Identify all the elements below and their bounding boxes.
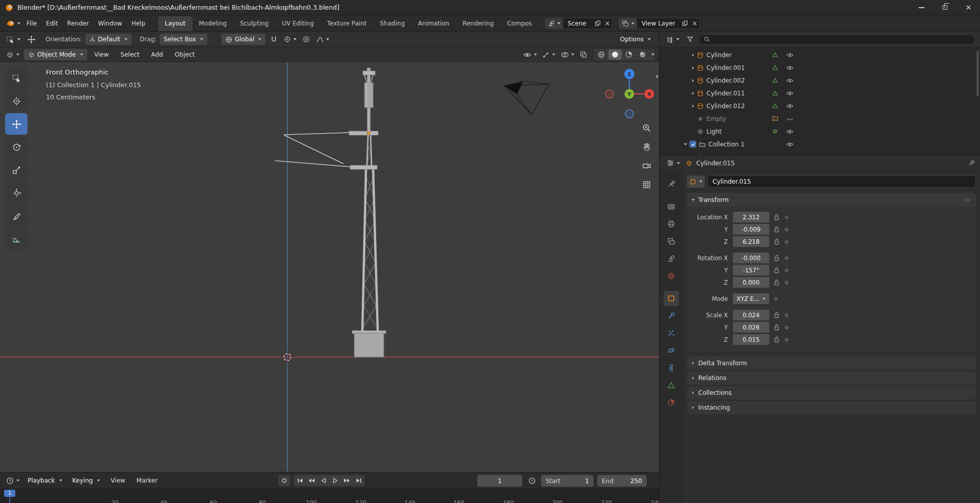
snap-toggle[interactable] — [268, 35, 279, 44]
tab-physics[interactable] — [664, 343, 679, 358]
snap-settings-dropdown[interactable] — [282, 35, 298, 44]
proportional-falloff-dropdown[interactable] — [314, 35, 331, 44]
tool-scale[interactable] — [5, 159, 28, 181]
outliner-scrollbar[interactable] — [976, 51, 979, 96]
hide-in-viewport-eye-icon[interactable] — [786, 78, 794, 84]
tab-tool[interactable] — [664, 177, 679, 192]
menu-select[interactable]: Select — [116, 49, 144, 60]
viewport-3d-scene[interactable] — [0, 47, 659, 472]
remove-view-layer-button[interactable] — [690, 18, 699, 29]
restore-button[interactable] — [933, 0, 957, 15]
shading-rendered-button[interactable] — [636, 49, 649, 60]
tab-object-data[interactable] — [664, 378, 679, 393]
tool-annotate[interactable] — [5, 205, 28, 227]
object-types-visibility-dropdown[interactable] — [522, 51, 538, 59]
panel-relations[interactable]: Relations — [687, 371, 976, 385]
outliner-row-cylinder-012[interactable]: Cylinder.012 — [659, 99, 980, 112]
lock-icon[interactable] — [773, 214, 780, 220]
location-x-field[interactable]: 2.312 — [733, 212, 769, 222]
proportional-editing-toggle[interactable] — [301, 35, 311, 44]
lock-icon[interactable] — [773, 312, 780, 318]
tab-object[interactable] — [664, 291, 679, 306]
animate-dot[interactable] — [785, 240, 788, 243]
xray-toggle[interactable] — [578, 50, 589, 59]
animate-dot[interactable] — [785, 314, 788, 317]
closed-eye-icon[interactable] — [786, 116, 794, 122]
location-z-field[interactable]: 6.218 — [733, 236, 769, 247]
hide-in-viewport-eye-icon[interactable] — [786, 90, 794, 96]
editor-type-dropdown[interactable] — [4, 50, 21, 60]
panel-delta-transform[interactable]: Delta Transform — [687, 357, 976, 370]
panel-collections[interactable]: Collections — [687, 386, 976, 399]
outliner-editor-dropdown[interactable] — [664, 35, 681, 44]
location-y-field[interactable]: -0.009 — [733, 224, 769, 235]
minimize-button[interactable] — [910, 0, 933, 15]
outliner-row-cylinder[interactable]: Cylinder — [659, 48, 980, 61]
menu-add[interactable]: Add — [146, 49, 167, 60]
play-button[interactable] — [329, 475, 341, 486]
collection-checkbox[interactable] — [690, 141, 696, 147]
animate-dot[interactable] — [785, 228, 788, 231]
scene-name[interactable]: Scene — [563, 20, 593, 27]
timeline-view-menu[interactable]: View — [106, 475, 130, 486]
shading-wireframe-button[interactable] — [595, 49, 608, 60]
keying-menu[interactable]: Keying — [68, 475, 104, 486]
jump-to-start-button[interactable] — [294, 475, 306, 486]
timeline-marker-menu[interactable]: Marker — [132, 475, 162, 486]
tab-material[interactable] — [664, 395, 679, 410]
animate-dot[interactable] — [785, 326, 788, 329]
object-browse-button[interactable] — [687, 175, 705, 188]
lock-icon[interactable] — [773, 226, 780, 233]
playhead[interactable]: 1 — [4, 490, 15, 497]
browse-scene-button[interactable] — [545, 18, 563, 29]
gizmos-dropdown[interactable] — [541, 50, 557, 59]
shading-solid-button[interactable] — [608, 49, 622, 60]
tab-output[interactable] — [664, 216, 679, 232]
tab-scene[interactable] — [664, 251, 679, 266]
next-keyframe-button[interactable] — [341, 475, 353, 486]
tab-particles[interactable] — [664, 325, 679, 341]
timeline-editor-dropdown[interactable] — [4, 476, 21, 486]
tab-compositing[interactable]: Compos — [500, 16, 538, 31]
use-preview-range-toggle[interactable] — [527, 476, 537, 486]
zoom-button[interactable] — [640, 121, 653, 135]
close-button[interactable] — [957, 0, 980, 15]
menu-window[interactable]: Window — [93, 18, 127, 29]
unlink-scene-button[interactable] — [603, 18, 612, 29]
shading-material-button[interactable] — [622, 49, 635, 60]
browse-view-layer-button[interactable] — [619, 18, 637, 29]
animate-dot[interactable] — [785, 269, 788, 272]
tab-animation[interactable]: Animation — [411, 16, 456, 31]
transform-orientation-dropdown[interactable]: Global — [222, 34, 265, 45]
tool-move[interactable] — [5, 113, 28, 135]
jump-to-end-button[interactable] — [353, 475, 364, 486]
tab-shading[interactable]: Shading — [373, 16, 411, 31]
scale-y-field[interactable]: 0.026 — [733, 322, 769, 333]
tool-transform[interactable] — [5, 182, 28, 204]
hide-in-viewport-eye-icon[interactable] — [786, 65, 794, 71]
viewport-3d[interactable]: Object Mode View Select Add Object — [0, 47, 659, 472]
tool-cursor[interactable] — [5, 90, 28, 112]
hide-in-viewport-eye-icon[interactable] — [786, 154, 794, 156]
animate-dot[interactable] — [785, 257, 788, 260]
end-frame-field[interactable]: End 250 — [597, 475, 647, 487]
lock-icon[interactable] — [773, 279, 780, 286]
menu-render[interactable]: Render — [62, 18, 93, 29]
outliner-row-light[interactable]: Light — [659, 125, 980, 138]
menu-help[interactable]: Help — [127, 18, 150, 29]
tool-rotate[interactable] — [5, 136, 28, 158]
tab-constraints[interactable] — [664, 360, 679, 375]
camera-view-button[interactable] — [640, 159, 653, 172]
new-view-layer-button[interactable] — [680, 18, 690, 29]
tab-rendering[interactable]: Rendering — [456, 16, 500, 31]
tab-uv-editing[interactable]: UV Editing — [275, 16, 321, 31]
sidebar-toggle-arrow[interactable] — [655, 74, 658, 79]
menu-view[interactable]: View — [90, 49, 113, 60]
rotation-y-field[interactable]: -157° — [733, 265, 769, 275]
lock-icon[interactable] — [773, 255, 780, 261]
outliner-row-empty[interactable]: Empty — [659, 112, 980, 125]
hide-in-viewport-eye-icon[interactable] — [786, 52, 794, 58]
tool-select-box[interactable] — [5, 67, 28, 89]
tab-world[interactable] — [664, 268, 679, 284]
current-frame-field[interactable]: 1 — [477, 475, 522, 487]
